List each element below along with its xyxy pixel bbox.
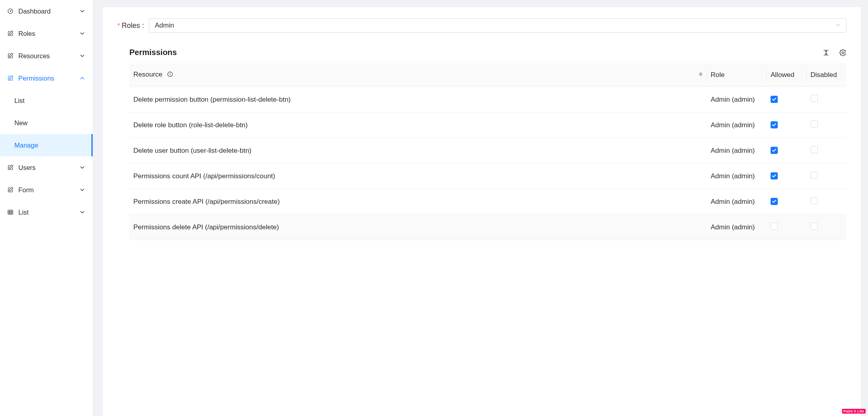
sidebar-item-label: Dashboard [18,8,80,15]
sidebar-item-permissions[interactable]: Permissions [0,67,93,89]
checkbox[interactable] [811,120,818,128]
sidebar: DashboardRolesResourcesPermissionsListNe… [0,0,93,416]
checkbox[interactable] [811,223,818,230]
cell-resource: Delete permission button (permission-lis… [129,87,707,112]
edit-icon [7,75,14,81]
cell-role: Admin (admin) [707,215,767,240]
cell-allowed [767,138,807,164]
roles-select-value: Admin [155,22,836,30]
checkbox[interactable] [771,172,778,179]
cell-resource: Permissions create API (/api/permissions… [129,189,707,215]
cell-disabled [807,164,846,189]
svg-point-10 [842,51,844,53]
sidebar-item-label: Resources [18,52,80,60]
checkbox[interactable] [771,147,778,154]
table-row: Delete permission button (permission-lis… [129,87,846,112]
checkbox[interactable] [771,96,778,103]
chevron-down-icon [80,210,85,215]
cell-allowed [767,215,807,240]
sidebar-item-form[interactable]: Form [0,179,93,201]
cell-allowed [767,87,807,112]
table-actions [822,49,846,56]
sidebar-item-list[interactable]: List [0,201,93,223]
sort-icon[interactable] [699,72,703,77]
roles-form-row: Roles : Admin [117,18,846,33]
cell-role: Admin (admin) [707,189,767,215]
cell-disabled [807,87,846,112]
table-row: Delete role button (role-list-delete-btn… [129,112,846,138]
sidebar-subitem-new[interactable]: New [0,112,93,134]
cell-resource: Permissions count API (/api/permissions/… [129,164,707,189]
cell-disabled [807,112,846,138]
checkbox[interactable] [811,95,818,102]
column-header-allowed[interactable]: Allowed [767,63,807,87]
checkbox[interactable] [771,223,778,230]
svg-point-1 [10,11,11,12]
edit-icon [7,164,14,171]
cell-role: Admin (admin) [707,138,767,164]
sidebar-item-label: Users [18,164,80,172]
edit-icon [7,30,14,37]
sidebar-item-roles[interactable]: Roles [0,22,93,45]
column-header-role[interactable]: Role [707,63,767,87]
chevron-down-icon [80,9,85,14]
chevron-down-icon [80,187,85,192]
sidebar-item-dashboard[interactable]: Dashboard [0,0,93,22]
sidebar-item-resources[interactable]: Resources [0,45,93,67]
gear-icon[interactable] [839,49,846,56]
table-icon [7,209,14,215]
cell-disabled [807,138,846,164]
checkbox[interactable] [771,198,778,205]
cell-role: Admin (admin) [707,87,767,112]
cell-allowed [767,112,807,138]
cell-role: Admin (admin) [707,164,767,189]
roles-label: Roles : [117,22,144,30]
chevron-down-icon [80,165,85,170]
cell-allowed [767,164,807,189]
table-row: Delete user button (user-list-delete-btn… [129,138,846,164]
table-row: Permissions delete API (/api/permissions… [129,215,846,240]
sidebar-item-label: Permissions [18,75,80,82]
table-row: Permissions count API (/api/permissions/… [129,164,846,189]
checkbox[interactable] [811,197,818,204]
cell-disabled [807,215,846,240]
chevron-down-icon [836,22,840,30]
cell-role: Admin (admin) [707,112,767,138]
sidebar-item-label: List [18,209,80,216]
chevron-down-icon [80,31,85,36]
sidebar-item-label: Roles [18,30,80,37]
checkbox[interactable] [811,172,818,179]
cell-resource: Delete role button (role-list-delete-btn… [129,112,707,138]
main-content: Roles : Admin Permissions [93,0,868,416]
column-height-icon[interactable] [822,49,830,56]
content-card: Roles : Admin Permissions [103,7,861,416]
edit-icon [7,187,14,193]
edit-icon [7,53,14,59]
table-row: Permissions create API (/api/permissions… [129,189,846,215]
table-header-bar: Permissions [129,48,846,57]
sidebar-subitem-manage[interactable]: Manage [0,134,93,156]
permissions-table-section: Permissions Resource [117,48,846,240]
svg-point-13 [170,73,170,73]
sidebar-subitem-list[interactable]: List [0,89,93,112]
chevron-down-icon [80,53,85,58]
roles-select[interactable]: Admin [149,18,846,33]
permissions-table: Resource Role [129,63,846,240]
cell-disabled [807,189,846,215]
cell-resource: Delete user button (user-list-delete-btn… [129,138,707,164]
sidebar-item-label: Form [18,186,80,194]
svg-rect-2 [8,210,13,215]
table-title: Permissions [129,48,822,57]
checkbox[interactable] [771,121,778,128]
sidebar-submenu-permissions: ListNewManage [0,89,93,156]
gauge-icon [7,8,14,14]
sidebar-item-users[interactable]: Users [0,156,93,179]
watermark: Paint X Lite [842,409,866,414]
chevron-up-icon [80,76,85,81]
cell-resource: Permissions delete API (/api/permissions… [129,215,707,240]
column-header-resource[interactable]: Resource [129,63,707,87]
column-header-disabled[interactable]: Disabled [807,63,846,87]
info-icon[interactable] [167,71,173,79]
checkbox[interactable] [811,146,818,153]
cell-allowed [767,189,807,215]
